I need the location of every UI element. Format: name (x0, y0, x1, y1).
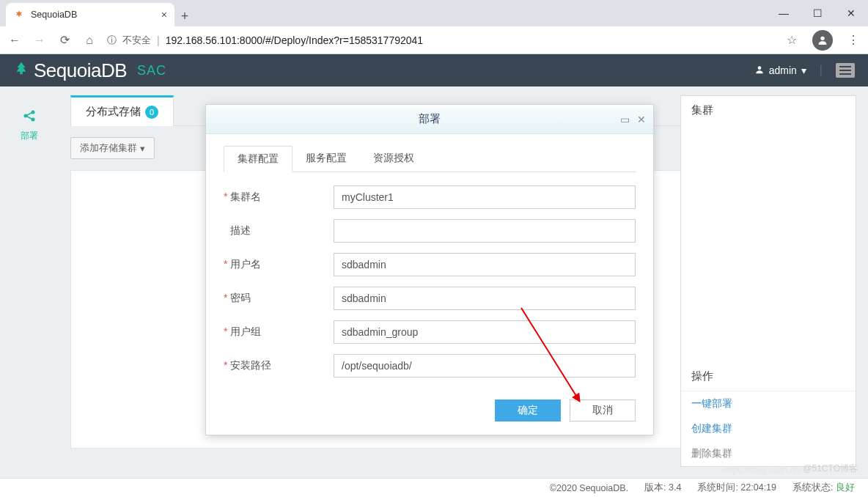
modal-title: 部署 (419, 112, 441, 126)
modal-maximize-icon[interactable]: ▭ (620, 114, 630, 125)
user-menu[interactable]: admin ▾ (754, 65, 806, 77)
button-label: 添加存储集群 (80, 141, 137, 155)
tab-service-config[interactable]: 服务配置 (293, 146, 360, 172)
ops-create-cluster[interactable]: 创建集群 (681, 416, 856, 441)
row-group: *用户组 (224, 320, 636, 344)
browser-tab[interactable]: SequoiaDB × (6, 3, 174, 26)
status-bar: ©2020 SequoiaDB. 版本: 3.4 系统时间: 22:04:19 … (0, 478, 868, 497)
modal-close-icon[interactable]: ✕ (637, 114, 646, 125)
row-password: *密码 (224, 287, 636, 310)
brand-text: SequoiaDB (34, 59, 127, 82)
deploy-modal: 部署 ▭ ✕ 集群配置 服务配置 资源授权 *集群名 *描述 *用户名 *密码 (205, 104, 654, 435)
tab-resource-auth[interactable]: 资源授权 (360, 146, 427, 172)
system-time: 系统时间: 22:04:19 (697, 482, 776, 494)
insecure-label: 不安全 (122, 34, 151, 47)
label-group: *用户组 (224, 325, 334, 339)
nav-forward-icon: → (32, 34, 47, 47)
svg-rect-3 (839, 70, 851, 71)
svg-point-0 (820, 36, 824, 40)
nav-back-icon[interactable]: ← (7, 34, 22, 47)
tab-close-icon[interactable]: × (161, 9, 167, 21)
ops-cluster-label: 集群 (681, 96, 856, 120)
add-storage-cluster-button[interactable]: 添加存储集群 ▾ (70, 137, 155, 159)
tab-storage[interactable]: 分布式存储 0 (70, 95, 174, 126)
input-cluster-name[interactable] (334, 185, 636, 209)
info-icon: ⓘ (107, 34, 117, 47)
tab-cluster-config[interactable]: 集群配置 (224, 146, 293, 172)
row-cluster-name: *集群名 (224, 185, 636, 209)
tree-icon (13, 61, 29, 81)
row-desc: *描述 (224, 219, 636, 243)
browser-tab-strip: SequoiaDB × + ― ☐ ✕ (0, 0, 868, 26)
input-desc[interactable] (334, 219, 636, 243)
separator: | (157, 34, 160, 46)
ops-panel: 集群 操作 一键部署 创建集群 删除集群 (680, 95, 856, 467)
brand-sub: SAC (137, 63, 166, 78)
system-status: 系统状态: 良好 (792, 482, 855, 494)
input-password[interactable] (334, 287, 636, 310)
chevron-down-icon: ▾ (801, 65, 806, 76)
url-text: 192.168.56.101:8000/#/Deploy/Index?r=158… (166, 34, 423, 46)
window-close-button[interactable]: ✕ (834, 0, 868, 26)
modal-footer: 确定 取消 (206, 392, 653, 435)
bookmark-icon[interactable]: ☆ (784, 33, 799, 47)
profile-avatar-icon[interactable] (812, 30, 833, 51)
input-username[interactable] (334, 253, 636, 276)
nav-home-icon[interactable]: ⌂ (82, 34, 97, 47)
new-tab-button[interactable]: + (174, 6, 195, 26)
input-install-path[interactable] (334, 354, 636, 378)
label-username: *用户名 (224, 258, 334, 271)
user-icon (754, 65, 765, 77)
share-icon (22, 108, 37, 127)
label-cluster-name: *集群名 (224, 191, 334, 204)
cancel-button[interactable]: 取消 (570, 400, 636, 421)
kebab-menu-icon[interactable]: ⋮ (846, 33, 861, 47)
row-username: *用户名 (224, 253, 636, 276)
window-maximize-button[interactable]: ☐ (801, 0, 834, 26)
menu-icon[interactable] (836, 63, 855, 78)
app-header: SequoiaDB SAC admin ▾ | (0, 54, 868, 86)
sidebar-item-label: 部署 (21, 130, 38, 142)
address-bar: ← → ⟳ ⌂ ⓘ 不安全 | 192.168.56.101:8000/#/De… (0, 26, 868, 54)
window-minimize-button[interactable]: ― (767, 0, 801, 26)
nav-reload-icon[interactable]: ⟳ (57, 33, 72, 47)
tab-title: SequoiaDB (31, 10, 77, 20)
tab-badge: 0 (145, 106, 158, 119)
tab-label: 分布式存储 (86, 105, 141, 119)
label-password: *密码 (224, 292, 334, 305)
watermark-csdn: https://blog.csdn.net (724, 465, 802, 475)
brand-logo: SequoiaDB SAC (13, 59, 166, 82)
svg-rect-2 (839, 66, 851, 67)
url-field[interactable]: ⓘ 不安全 | 192.168.56.101:8000/#/Deploy/Ind… (107, 34, 767, 47)
watermark-51cto: @51CTO博客 (803, 463, 858, 475)
sidebar-item-deploy[interactable]: 部署 (0, 108, 59, 142)
copyright: ©2020 SequoiaDB. (550, 483, 628, 493)
input-group[interactable] (334, 320, 636, 344)
sidebar: 部署 (0, 86, 59, 478)
svg-rect-4 (839, 73, 851, 75)
label-desc: *描述 (224, 224, 334, 238)
modal-tabs: 集群配置 服务配置 资源授权 (224, 146, 636, 172)
svg-point-1 (757, 66, 761, 70)
username: admin (769, 65, 797, 76)
modal-title-bar: 部署 ▭ ✕ (206, 105, 653, 134)
chevron-down-icon: ▾ (140, 143, 145, 154)
favicon-icon (13, 9, 25, 21)
ok-button[interactable]: 确定 (495, 400, 561, 421)
label-install-path: *安装路径 (224, 359, 334, 372)
ops-one-click[interactable]: 一键部署 (681, 391, 856, 416)
row-install-path: *安装路径 (224, 354, 636, 378)
divider: | (820, 64, 823, 77)
ops-title: 操作 (681, 362, 856, 391)
modal-body: 集群配置 服务配置 资源授权 *集群名 *描述 *用户名 *密码 *用户组 *安… (206, 134, 653, 392)
version: 版本: 3.4 (644, 482, 681, 494)
